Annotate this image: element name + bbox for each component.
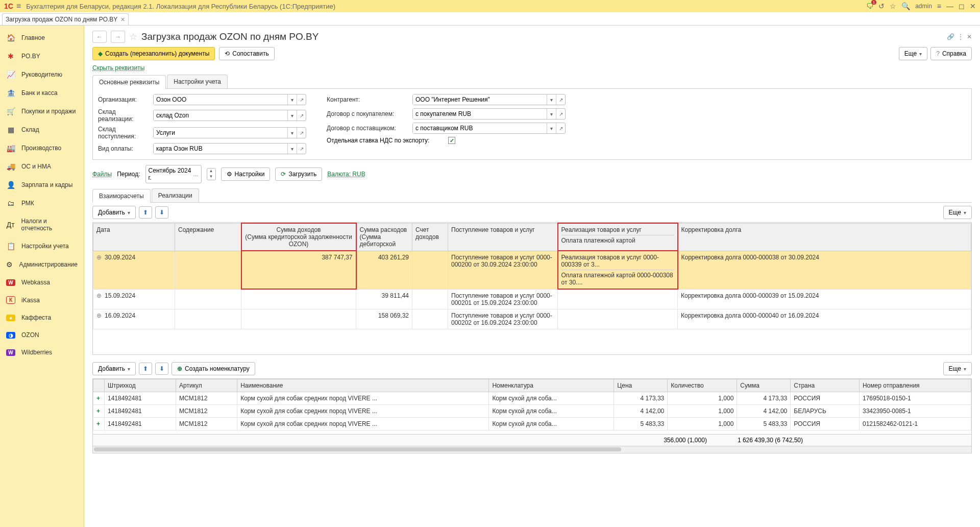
- table-row[interactable]: +1418492481MCM1812Корм сухой для собак с…: [93, 418, 971, 430]
- kebab-icon[interactable]: ⋮: [958, 33, 964, 40]
- form-input[interactable]: ▾↗: [153, 127, 306, 138]
- col-header[interactable]: Страна: [791, 379, 860, 392]
- open-icon[interactable]: ↗: [556, 123, 565, 133]
- move-down2-button[interactable]: ⬇: [155, 363, 168, 375]
- sidebar-item[interactable]: 📋Настройки учета: [0, 237, 84, 255]
- star-icon[interactable]: ☆: [129, 31, 137, 42]
- sidebar-item[interactable]: 🏭Производство: [0, 139, 84, 157]
- period-input[interactable]: Сентябрь 2024 г....: [145, 165, 202, 183]
- col-realization[interactable]: Реализация товаров и услуг Оплата платеж…: [558, 223, 678, 251]
- sidebar-item[interactable]: 🛒Покупки и продажи: [0, 102, 84, 121]
- horizontal-scrollbar[interactable]: [92, 446, 972, 453]
- table-row[interactable]: +1418492481MCM1812Корм сухой для собак с…: [93, 405, 971, 418]
- col-header[interactable]: Цена: [614, 379, 668, 392]
- dropdown-icon[interactable]: ▾: [287, 110, 297, 121]
- col-header[interactable]: Наименование: [237, 379, 489, 392]
- table-row[interactable]: +1418492481MCM1812Корм сухой для собак с…: [93, 392, 971, 405]
- form-input[interactable]: ▾↗: [153, 94, 306, 105]
- link-icon[interactable]: 🔗: [947, 33, 954, 40]
- sidebar-item[interactable]: 🚚ОС и НМА: [0, 157, 84, 176]
- minimize-icon[interactable]: —: [946, 2, 953, 10]
- compare-button[interactable]: ⟲Сопоставить: [219, 47, 274, 60]
- more-table2-button[interactable]: Еще: [943, 362, 972, 375]
- search-icon[interactable]: 🔍: [901, 2, 910, 10]
- hamburger-icon[interactable]: ≡: [16, 2, 21, 11]
- sidebar-item[interactable]: 🏦Банк и касса: [0, 84, 84, 102]
- table-row[interactable]: ⊕30.09.2024387 747,37403 261,29Поступлен…: [93, 251, 971, 289]
- open-icon[interactable]: ↗: [297, 94, 306, 105]
- move-up2-button[interactable]: ⬆: [139, 363, 152, 375]
- sidebar-item[interactable]: WWildberries: [0, 344, 84, 361]
- vat-checkbox[interactable]: ✓: [448, 137, 455, 144]
- close-form-icon[interactable]: ✕: [967, 33, 972, 40]
- col-correction[interactable]: Корректировка долга: [678, 223, 971, 251]
- notification-icon[interactable]: 🗨1: [866, 2, 873, 10]
- sidebar-item[interactable]: 🏠Главное: [0, 29, 84, 47]
- nav-back-button[interactable]: ←: [92, 31, 107, 43]
- form-input[interactable]: ▾↗: [153, 110, 306, 121]
- settings-button[interactable]: ⚙Настройки: [221, 167, 271, 181]
- open-icon[interactable]: ↗: [297, 143, 306, 154]
- dropdown-icon[interactable]: ▾: [287, 143, 297, 154]
- add-row-button[interactable]: Добавить: [92, 206, 136, 219]
- dropdown-icon[interactable]: ▾: [287, 128, 297, 138]
- col-header[interactable]: Артикул: [176, 379, 237, 392]
- tab-close-icon[interactable]: ✕: [120, 16, 125, 23]
- col-header[interactable]: Количество: [668, 379, 737, 392]
- add-icon[interactable]: +: [96, 395, 100, 402]
- menu-icon[interactable]: ≡: [937, 2, 941, 10]
- create-nomenclature-button[interactable]: ⊕Создать номенклатуру: [172, 362, 255, 375]
- close-icon[interactable]: ✕: [970, 2, 976, 10]
- period-spinner[interactable]: ▲▼: [207, 168, 216, 180]
- tab-realizations[interactable]: Реализации: [152, 188, 199, 202]
- user-label[interactable]: admin: [915, 3, 932, 10]
- sidebar-item[interactable]: WWebkassa: [0, 274, 84, 291]
- col-income[interactable]: Сумма доходов (Сумма кредиторской задолж…: [241, 223, 356, 251]
- tab-settlements[interactable]: Взаиморасчеты: [92, 189, 151, 203]
- tab-accounting-settings[interactable]: Настройки учета: [167, 75, 228, 88]
- col-expense[interactable]: Сумма расходов (Сумма дебиторской: [356, 223, 412, 251]
- dropdown-icon[interactable]: ▾: [547, 123, 556, 133]
- open-icon[interactable]: ↗: [556, 109, 565, 119]
- sidebar-item[interactable]: ✱PO.BY: [0, 47, 84, 65]
- add-icon[interactable]: +: [96, 420, 100, 427]
- sidebar-item[interactable]: 🗂РМК: [0, 194, 84, 212]
- sidebar-item[interactable]: ◑OZON: [0, 326, 84, 344]
- more-button[interactable]: Еще: [899, 47, 927, 60]
- table-row[interactable]: ⊕15.09.202439 811,44Поступление товаров …: [93, 289, 971, 309]
- load-button[interactable]: ⟳Загрузить: [275, 167, 322, 181]
- help-button[interactable]: ?Справка: [930, 47, 972, 60]
- col-header[interactable]: Сумма: [737, 379, 791, 392]
- open-icon[interactable]: ↗: [297, 128, 306, 138]
- move-up-button[interactable]: ⬆: [139, 206, 152, 219]
- files-link[interactable]: Файлы: [92, 171, 112, 178]
- col-header[interactable]: Номер отправления: [859, 379, 971, 392]
- form-input[interactable]: ▾↗: [412, 94, 566, 105]
- col-date[interactable]: Дата: [93, 223, 175, 251]
- sidebar-item[interactable]: 📈Руководителю: [0, 65, 84, 84]
- open-icon[interactable]: ↗: [297, 110, 306, 121]
- currency-link[interactable]: Валюта: RUB: [327, 171, 365, 178]
- sidebar-item[interactable]: КiKassa: [0, 291, 84, 309]
- add-icon[interactable]: +: [96, 408, 100, 415]
- expand-icon[interactable]: ⊕: [96, 292, 102, 299]
- sidebar-item[interactable]: ▦Склад: [0, 121, 84, 139]
- sidebar-item[interactable]: ⚙Администрирование: [0, 255, 84, 274]
- nav-forward-button[interactable]: →: [111, 31, 125, 43]
- expand-icon[interactable]: ⊕: [96, 254, 102, 261]
- hide-requisites-link[interactable]: Скрыть реквизиты: [92, 64, 144, 71]
- sidebar-item[interactable]: ●Каффеста: [0, 309, 84, 326]
- col-account[interactable]: Счет доходов: [412, 223, 448, 251]
- dropdown-icon[interactable]: ▾: [287, 94, 297, 105]
- history-icon[interactable]: ↺: [878, 2, 885, 10]
- maximize-icon[interactable]: ◻: [959, 2, 965, 10]
- form-input[interactable]: ▾↗: [412, 123, 566, 134]
- move-down-button[interactable]: ⬇: [155, 206, 168, 219]
- favorites-icon[interactable]: ☆: [890, 2, 896, 10]
- document-tab[interactable]: Загрузка продаж OZON по дням PO.BY ✕: [2, 13, 129, 25]
- dropdown-icon[interactable]: ▾: [547, 94, 556, 105]
- col-header[interactable]: Штрихкод: [105, 379, 176, 392]
- add-row2-button[interactable]: Добавить: [92, 362, 136, 375]
- col-header[interactable]: Номенклатура: [489, 379, 614, 392]
- table-row[interactable]: ⊕16.09.2024158 069,32Поступление товаров…: [93, 309, 971, 329]
